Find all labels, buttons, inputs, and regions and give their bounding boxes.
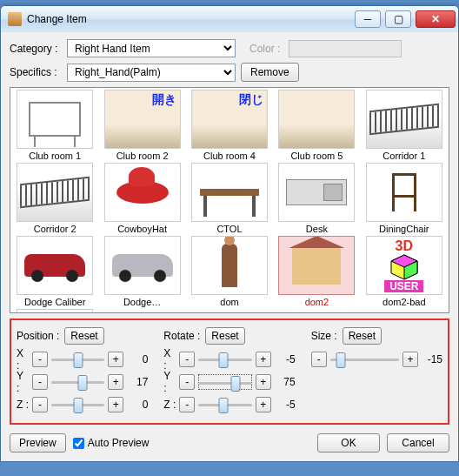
- transform-panel: Position : Reset X : - + 0 Y : - +: [10, 318, 449, 425]
- rotate-reset-button[interactable]: Reset: [205, 327, 244, 345]
- rot-z-plus[interactable]: +: [256, 397, 271, 412]
- specifics-select[interactable]: Right_Hand(Palm): [67, 64, 236, 82]
- thumb-caption: Club room 5: [277, 151, 356, 161]
- category-select[interactable]: Right Hand Item: [67, 39, 236, 57]
- rot-x-label: X :: [163, 347, 176, 372]
- ok-button[interactable]: OK: [317, 433, 380, 453]
- thumb-image: [104, 236, 181, 295]
- rot-x-slider[interactable]: [198, 352, 251, 367]
- rot-z-minus[interactable]: -: [179, 397, 195, 412]
- size-slider[interactable]: [330, 352, 399, 367]
- item-gallery[interactable]: Club room 1Club room 2Club room 4Club ro…: [10, 87, 449, 313]
- size-minus[interactable]: -: [311, 352, 327, 367]
- cancel-button[interactable]: Cancel: [387, 433, 449, 453]
- gallery-item[interactable]: dom: [187, 236, 272, 307]
- size-reset-button[interactable]: Reset: [343, 327, 382, 345]
- category-label: Category :: [10, 43, 62, 55]
- pos-y-plus[interactable]: +: [108, 374, 123, 390]
- rot-z-value: -5: [275, 399, 296, 411]
- gallery-item[interactable]: Club room 4: [187, 90, 272, 161]
- pos-y-minus[interactable]: -: [32, 374, 48, 390]
- thumb-image: [366, 90, 442, 149]
- thumb-caption: Desk: [277, 224, 356, 234]
- size-column: Size : Reset - + -15: [311, 327, 442, 418]
- thumb-caption: DiningChair: [365, 224, 443, 234]
- rot-y-value: 75: [275, 376, 296, 388]
- position-header: Position :: [17, 330, 59, 342]
- pos-x-plus[interactable]: +: [108, 352, 123, 367]
- thumb-caption: Club room 2: [103, 151, 182, 161]
- thumb-caption: CowboyHat: [103, 224, 182, 234]
- thumb-caption: Corridor 1: [365, 151, 443, 161]
- gallery-item[interactable]: Dodge…: [99, 236, 184, 307]
- pos-y-label: Y :: [17, 370, 29, 394]
- thumb-caption: Club room 4: [190, 151, 269, 161]
- gallery-item[interactable]: Dodge Caliber: [12, 236, 97, 307]
- pos-x-slider[interactable]: [51, 352, 104, 367]
- thumb-caption: dom: [190, 297, 269, 307]
- pos-z-plus[interactable]: +: [108, 397, 123, 412]
- auto-preview-input[interactable]: [73, 438, 84, 449]
- pos-y-value: 17: [127, 376, 148, 388]
- app-icon: [8, 12, 22, 26]
- color-swatch[interactable]: [289, 40, 402, 57]
- rotate-column: Rotate : Reset X : - + -5 Y : - +: [163, 327, 295, 418]
- rot-y-plus[interactable]: +: [256, 374, 271, 390]
- thumb-image: [17, 236, 93, 295]
- gallery-item[interactable]: Dragon Wings: [12, 309, 97, 313]
- thumb-caption: dom2: [277, 297, 356, 307]
- gallery-item[interactable]: Desk: [274, 163, 359, 234]
- rot-x-value: -5: [275, 353, 296, 365]
- gallery-item[interactable]: 3DUSERdom2-bad: [362, 236, 447, 307]
- rot-z-label: Z :: [163, 399, 176, 411]
- gallery-item[interactable]: CTOL: [187, 163, 272, 234]
- rot-x-plus[interactable]: +: [256, 352, 271, 367]
- gallery-item[interactable]: Corridor 2: [12, 163, 97, 234]
- gallery-item[interactable]: dom2: [274, 236, 359, 307]
- pos-z-label: Z :: [17, 399, 29, 411]
- rotate-header: Rotate :: [163, 330, 200, 342]
- maximize-button[interactable]: ▢: [385, 10, 411, 28]
- thumb-caption: dom2-bad: [365, 297, 443, 307]
- thumb-image: 3DUSER: [366, 236, 442, 295]
- gallery-item[interactable]: Corridor 1: [362, 90, 447, 161]
- gallery-item[interactable]: Club room 5: [274, 90, 359, 161]
- thumb-caption: Corridor 2: [16, 224, 94, 234]
- thumb-image: [278, 236, 355, 295]
- rot-x-minus[interactable]: -: [179, 352, 195, 367]
- thumb-image: [17, 163, 93, 222]
- window-title: Change Item: [27, 13, 353, 25]
- pos-x-label: X :: [17, 347, 29, 372]
- gallery-item[interactable]: Club room 1: [12, 90, 97, 161]
- remove-button[interactable]: Remove: [241, 63, 299, 82]
- close-button[interactable]: ✕: [416, 10, 456, 28]
- titlebar[interactable]: Change Item ─ ▢ ✕: [1, 6, 458, 32]
- thumb-caption: Dodge Caliber: [16, 297, 94, 307]
- preview-button[interactable]: Preview: [10, 433, 66, 453]
- position-reset-button[interactable]: Reset: [64, 327, 103, 345]
- rot-y-minus[interactable]: -: [179, 374, 195, 390]
- pos-y-slider[interactable]: [51, 374, 104, 390]
- color-label: Color :: [249, 43, 280, 55]
- position-column: Position : Reset X : - + 0 Y : - +: [17, 327, 148, 418]
- minimize-button[interactable]: ─: [355, 10, 381, 28]
- thumb-image: [191, 90, 268, 149]
- specifics-label: Specifics :: [10, 66, 62, 78]
- rot-y-slider[interactable]: [198, 374, 251, 390]
- gallery-item[interactable]: CowboyHat: [99, 163, 184, 234]
- size-plus[interactable]: +: [402, 352, 418, 367]
- gallery-item[interactable]: Club room 2: [99, 90, 184, 161]
- rot-y-label: Y :: [163, 370, 176, 394]
- thumb-image: [17, 90, 93, 149]
- client-area: Category : Right Hand Item Color : Speci…: [1, 32, 458, 461]
- auto-preview-checkbox[interactable]: Auto Preview: [73, 437, 150, 449]
- pos-x-minus[interactable]: -: [32, 352, 48, 367]
- pos-z-slider[interactable]: [51, 397, 104, 412]
- thumb-image: [191, 163, 268, 222]
- pos-x-value: 0: [127, 353, 148, 365]
- thumb-image: [278, 163, 355, 222]
- gallery-item[interactable]: DiningChair: [362, 163, 447, 234]
- pos-z-minus[interactable]: -: [32, 397, 48, 412]
- change-item-window: Change Item ─ ▢ ✕ Category : Right Hand …: [0, 5, 459, 462]
- rot-z-slider[interactable]: [198, 397, 251, 412]
